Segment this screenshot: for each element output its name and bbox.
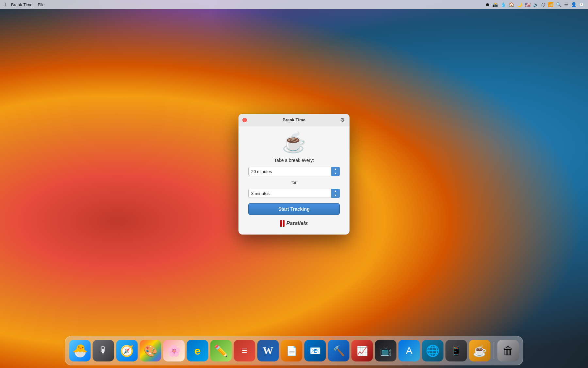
word-icon: W <box>263 345 273 357</box>
appletv-icon: 📺 <box>380 345 391 356</box>
parallels-logo: Parallels <box>280 220 308 227</box>
dialog-titlebar: × Break Time ⚙ <box>238 114 350 126</box>
dialog-overlay: × Break Time ⚙ ☕ Take a break every: 20 … <box>0 0 588 368</box>
menubar-camera-icon[interactable]: 📸 <box>492 2 498 7</box>
interval-select-wrapper: 20 minutes ▲ ▼ <box>248 167 340 176</box>
dock-item-appletv[interactable]: 📺 <box>375 340 397 361</box>
dock-item-theine[interactable]: ☕ <box>469 340 491 361</box>
instruments-icon: 📈 <box>356 345 368 356</box>
window-controls: × <box>242 118 247 122</box>
start-tracking-button[interactable]: Start Tracking <box>248 203 340 215</box>
dock-item-xcode[interactable]: 🔨 <box>328 340 350 361</box>
photos-icon: 🌸 <box>167 344 181 357</box>
dock: 🐣 🎙 🧭 🎨 🌸 e ✏️ ≡ W 📄 📧 🔨 📈 <box>65 336 523 365</box>
trash-icon: 🗑 <box>503 344 514 357</box>
safari-icon: 🧭 <box>120 344 134 357</box>
dock-item-ie[interactable]: e <box>187 340 208 361</box>
coffee-icon: ☕ <box>282 133 306 152</box>
dock-item-instruments[interactable]: 📈 <box>351 340 373 361</box>
outlook-icon: 📧 <box>309 345 321 356</box>
ie-icon: e <box>194 344 201 357</box>
todo-icon: ≡ <box>242 345 248 356</box>
close-button[interactable]: × <box>242 118 247 122</box>
dock-item-trash[interactable]: 🗑 <box>498 340 519 361</box>
duration-down-arrow: ▼ <box>334 194 337 197</box>
siri-icon: 🎙 <box>99 345 108 356</box>
menubar-screenrecord-icon[interactable]: ⏺ <box>485 2 490 7</box>
theine-icon: ☕ <box>473 344 487 357</box>
interval-select[interactable]: 20 minutes <box>248 167 340 176</box>
interval-down-arrow: ▼ <box>334 172 337 175</box>
parallels-bars-icon <box>280 220 285 227</box>
menubar:  Break Time File ⏺ 📸 💧 🏠 🌙 🇺🇸 🔊 ⬡ 📶 🔍 ☰… <box>0 0 588 9</box>
subtitle-label: Take a break every: <box>274 158 314 163</box>
simulator-icon: 📱 <box>450 345 462 356</box>
menubar-left:  Break Time File <box>4 2 45 8</box>
menubar-app-name[interactable]: Break Time <box>11 2 33 7</box>
dock-item-simulator[interactable]: 📱 <box>446 340 467 361</box>
pages-icon: 📄 <box>286 345 297 356</box>
dialog-body: ☕ Take a break every: 20 minutes ▲ ▼ for… <box>238 126 350 235</box>
menubar-wifi-icon[interactable]: 📶 <box>548 2 553 7</box>
menubar-volume-icon[interactable]: 🔊 <box>533 2 539 7</box>
apple-menu[interactable]:  <box>4 2 6 8</box>
for-label: for <box>291 180 296 185</box>
menubar-search-icon[interactable]: 🔍 <box>556 2 562 7</box>
dialog-title: Break Time <box>283 117 305 122</box>
menubar-controlcenter-icon[interactable]: ☰ <box>564 2 568 7</box>
dock-item-todo[interactable]: ≡ <box>234 340 255 361</box>
xcode-icon: 🔨 <box>333 345 345 357</box>
paintbrush-icon: 🎨 <box>144 344 157 357</box>
dock-item-notes[interactable]: ✏️ <box>210 340 232 361</box>
break-time-dialog: × Break Time ⚙ ☕ Take a break every: 20 … <box>238 114 350 235</box>
menubar-bluetooth-icon[interactable]: ⬡ <box>541 2 545 7</box>
dock-item-paintbrush[interactable]: 🎨 <box>140 340 161 361</box>
edge-icon: 🌐 <box>426 344 440 357</box>
parallels-bar-2 <box>283 220 285 227</box>
duration-select-wrapper: 3 minutes ▲ ▼ <box>248 189 340 198</box>
duration-stepper[interactable]: ▲ ▼ <box>331 189 340 198</box>
duration-select-row: 3 minutes ▲ ▼ <box>248 189 340 198</box>
dock-divider <box>494 342 494 359</box>
parallels-bar-1 <box>280 220 282 227</box>
duration-select[interactable]: 3 minutes <box>248 189 340 198</box>
menubar-moon-icon[interactable]: 🌙 <box>517 2 522 7</box>
dock-item-siri[interactable]: 🎙 <box>93 340 114 361</box>
dock-item-appstore[interactable]: A <box>399 340 420 361</box>
interval-select-row: 20 minutes ▲ ▼ <box>248 167 340 176</box>
dock-item-edge[interactable]: 🌐 <box>422 340 444 361</box>
finder-icon: 🐣 <box>72 343 88 358</box>
dock-item-word[interactable]: W <box>257 340 279 361</box>
notes-icon: ✏️ <box>214 344 228 357</box>
menubar-home-icon[interactable]: 🏠 <box>509 2 514 7</box>
dock-item-finder[interactable]: 🐣 <box>69 340 91 361</box>
duration-up-arrow: ▲ <box>334 190 337 193</box>
gear-button[interactable]: ⚙ <box>339 117 346 123</box>
interval-stepper[interactable]: ▲ ▼ <box>331 167 340 176</box>
menubar-file-menu[interactable]: File <box>38 2 45 7</box>
dock-item-safari[interactable]: 🧭 <box>116 340 138 361</box>
menubar-right: ⏺ 📸 💧 🏠 🌙 🇺🇸 🔊 ⬡ 📶 🔍 ☰ 👤 🕐 <box>485 2 584 7</box>
appstore-icon: A <box>406 345 412 356</box>
dock-item-pages[interactable]: 📄 <box>281 340 302 361</box>
menubar-clock: 🕐 <box>579 2 584 7</box>
interval-up-arrow: ▲ <box>334 168 337 171</box>
menubar-dropbox-icon[interactable]: 💧 <box>500 2 506 7</box>
parallels-text: Parallels <box>286 220 308 226</box>
dock-item-outlook[interactable]: 📧 <box>304 340 326 361</box>
menubar-user-icon[interactable]: 👤 <box>571 2 577 7</box>
dock-item-photos[interactable]: 🌸 <box>163 340 185 361</box>
menubar-flag-icon[interactable]: 🇺🇸 <box>525 2 531 7</box>
